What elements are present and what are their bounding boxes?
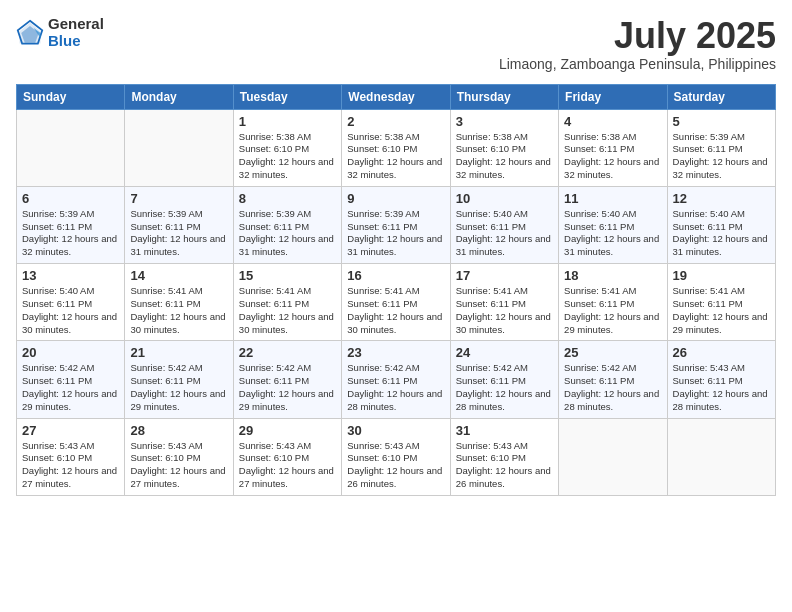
calendar-cell: 11Sunrise: 5:40 AM Sunset: 6:11 PM Dayli…: [559, 186, 667, 263]
page-header: General Blue July 2025 Limaong, Zamboang…: [16, 16, 776, 72]
month-title: July 2025: [499, 16, 776, 56]
calendar-cell: [559, 418, 667, 495]
day-number: 26: [673, 345, 770, 360]
calendar-week-4: 20Sunrise: 5:42 AM Sunset: 6:11 PM Dayli…: [17, 341, 776, 418]
day-detail: Sunrise: 5:42 AM Sunset: 6:11 PM Dayligh…: [564, 362, 661, 413]
calendar-cell: 23Sunrise: 5:42 AM Sunset: 6:11 PM Dayli…: [342, 341, 450, 418]
calendar-cell: 6Sunrise: 5:39 AM Sunset: 6:11 PM Daylig…: [17, 186, 125, 263]
location-title: Limaong, Zamboanga Peninsula, Philippine…: [499, 56, 776, 72]
calendar-header-row: SundayMondayTuesdayWednesdayThursdayFrid…: [17, 84, 776, 109]
day-number: 29: [239, 423, 336, 438]
weekday-header-sunday: Sunday: [17, 84, 125, 109]
day-number: 17: [456, 268, 553, 283]
day-detail: Sunrise: 5:43 AM Sunset: 6:10 PM Dayligh…: [22, 440, 119, 491]
calendar-cell: 26Sunrise: 5:43 AM Sunset: 6:11 PM Dayli…: [667, 341, 775, 418]
calendar-cell: 9Sunrise: 5:39 AM Sunset: 6:11 PM Daylig…: [342, 186, 450, 263]
calendar-week-2: 6Sunrise: 5:39 AM Sunset: 6:11 PM Daylig…: [17, 186, 776, 263]
title-block: July 2025 Limaong, Zamboanga Peninsula, …: [499, 16, 776, 72]
day-detail: Sunrise: 5:38 AM Sunset: 6:10 PM Dayligh…: [239, 131, 336, 182]
weekday-header-wednesday: Wednesday: [342, 84, 450, 109]
day-number: 28: [130, 423, 227, 438]
calendar-cell: 10Sunrise: 5:40 AM Sunset: 6:11 PM Dayli…: [450, 186, 558, 263]
weekday-header-thursday: Thursday: [450, 84, 558, 109]
day-number: 11: [564, 191, 661, 206]
day-detail: Sunrise: 5:39 AM Sunset: 6:11 PM Dayligh…: [673, 131, 770, 182]
day-detail: Sunrise: 5:38 AM Sunset: 6:10 PM Dayligh…: [347, 131, 444, 182]
day-detail: Sunrise: 5:42 AM Sunset: 6:11 PM Dayligh…: [347, 362, 444, 413]
day-detail: Sunrise: 5:42 AM Sunset: 6:11 PM Dayligh…: [130, 362, 227, 413]
day-detail: Sunrise: 5:43 AM Sunset: 6:10 PM Dayligh…: [347, 440, 444, 491]
calendar-cell: 29Sunrise: 5:43 AM Sunset: 6:10 PM Dayli…: [233, 418, 341, 495]
day-detail: Sunrise: 5:41 AM Sunset: 6:11 PM Dayligh…: [239, 285, 336, 336]
day-detail: Sunrise: 5:41 AM Sunset: 6:11 PM Dayligh…: [564, 285, 661, 336]
day-number: 24: [456, 345, 553, 360]
calendar-cell: 8Sunrise: 5:39 AM Sunset: 6:11 PM Daylig…: [233, 186, 341, 263]
weekday-header-friday: Friday: [559, 84, 667, 109]
day-number: 3: [456, 114, 553, 129]
day-detail: Sunrise: 5:43 AM Sunset: 6:10 PM Dayligh…: [130, 440, 227, 491]
day-number: 2: [347, 114, 444, 129]
day-number: 13: [22, 268, 119, 283]
calendar-cell: 14Sunrise: 5:41 AM Sunset: 6:11 PM Dayli…: [125, 264, 233, 341]
logo-general-text: General: [48, 16, 104, 33]
weekday-header-saturday: Saturday: [667, 84, 775, 109]
calendar-cell: 28Sunrise: 5:43 AM Sunset: 6:10 PM Dayli…: [125, 418, 233, 495]
day-detail: Sunrise: 5:39 AM Sunset: 6:11 PM Dayligh…: [22, 208, 119, 259]
day-detail: Sunrise: 5:39 AM Sunset: 6:11 PM Dayligh…: [239, 208, 336, 259]
calendar-cell: 22Sunrise: 5:42 AM Sunset: 6:11 PM Dayli…: [233, 341, 341, 418]
weekday-header-tuesday: Tuesday: [233, 84, 341, 109]
day-detail: Sunrise: 5:40 AM Sunset: 6:11 PM Dayligh…: [456, 208, 553, 259]
day-number: 25: [564, 345, 661, 360]
day-detail: Sunrise: 5:39 AM Sunset: 6:11 PM Dayligh…: [347, 208, 444, 259]
calendar-cell: 7Sunrise: 5:39 AM Sunset: 6:11 PM Daylig…: [125, 186, 233, 263]
calendar-cell: 25Sunrise: 5:42 AM Sunset: 6:11 PM Dayli…: [559, 341, 667, 418]
day-number: 31: [456, 423, 553, 438]
logo-blue-text: Blue: [48, 33, 104, 50]
day-number: 9: [347, 191, 444, 206]
day-number: 22: [239, 345, 336, 360]
day-detail: Sunrise: 5:42 AM Sunset: 6:11 PM Dayligh…: [239, 362, 336, 413]
day-detail: Sunrise: 5:40 AM Sunset: 6:11 PM Dayligh…: [673, 208, 770, 259]
calendar-week-5: 27Sunrise: 5:43 AM Sunset: 6:10 PM Dayli…: [17, 418, 776, 495]
calendar-cell: 20Sunrise: 5:42 AM Sunset: 6:11 PM Dayli…: [17, 341, 125, 418]
logo-text: General Blue: [48, 16, 104, 49]
day-detail: Sunrise: 5:38 AM Sunset: 6:11 PM Dayligh…: [564, 131, 661, 182]
calendar-cell: 19Sunrise: 5:41 AM Sunset: 6:11 PM Dayli…: [667, 264, 775, 341]
calendar-cell: 27Sunrise: 5:43 AM Sunset: 6:10 PM Dayli…: [17, 418, 125, 495]
calendar-cell: 30Sunrise: 5:43 AM Sunset: 6:10 PM Dayli…: [342, 418, 450, 495]
day-number: 7: [130, 191, 227, 206]
day-number: 21: [130, 345, 227, 360]
calendar-cell: 4Sunrise: 5:38 AM Sunset: 6:11 PM Daylig…: [559, 109, 667, 186]
day-number: 23: [347, 345, 444, 360]
calendar-cell: 2Sunrise: 5:38 AM Sunset: 6:10 PM Daylig…: [342, 109, 450, 186]
day-detail: Sunrise: 5:41 AM Sunset: 6:11 PM Dayligh…: [347, 285, 444, 336]
logo: General Blue: [16, 16, 104, 49]
logo-icon: [16, 19, 44, 47]
day-number: 30: [347, 423, 444, 438]
day-number: 8: [239, 191, 336, 206]
day-detail: Sunrise: 5:39 AM Sunset: 6:11 PM Dayligh…: [130, 208, 227, 259]
calendar-cell: 3Sunrise: 5:38 AM Sunset: 6:10 PM Daylig…: [450, 109, 558, 186]
day-detail: Sunrise: 5:41 AM Sunset: 6:11 PM Dayligh…: [673, 285, 770, 336]
day-detail: Sunrise: 5:42 AM Sunset: 6:11 PM Dayligh…: [22, 362, 119, 413]
day-number: 20: [22, 345, 119, 360]
calendar-cell: 17Sunrise: 5:41 AM Sunset: 6:11 PM Dayli…: [450, 264, 558, 341]
calendar-cell: 13Sunrise: 5:40 AM Sunset: 6:11 PM Dayli…: [17, 264, 125, 341]
day-number: 10: [456, 191, 553, 206]
calendar-cell: 12Sunrise: 5:40 AM Sunset: 6:11 PM Dayli…: [667, 186, 775, 263]
day-detail: Sunrise: 5:42 AM Sunset: 6:11 PM Dayligh…: [456, 362, 553, 413]
day-number: 5: [673, 114, 770, 129]
day-detail: Sunrise: 5:38 AM Sunset: 6:10 PM Dayligh…: [456, 131, 553, 182]
day-detail: Sunrise: 5:43 AM Sunset: 6:10 PM Dayligh…: [456, 440, 553, 491]
calendar-cell: 21Sunrise: 5:42 AM Sunset: 6:11 PM Dayli…: [125, 341, 233, 418]
day-detail: Sunrise: 5:40 AM Sunset: 6:11 PM Dayligh…: [22, 285, 119, 336]
day-detail: Sunrise: 5:43 AM Sunset: 6:10 PM Dayligh…: [239, 440, 336, 491]
day-number: 15: [239, 268, 336, 283]
calendar-cell: [17, 109, 125, 186]
day-number: 12: [673, 191, 770, 206]
day-number: 16: [347, 268, 444, 283]
calendar-cell: 1Sunrise: 5:38 AM Sunset: 6:10 PM Daylig…: [233, 109, 341, 186]
calendar-week-1: 1Sunrise: 5:38 AM Sunset: 6:10 PM Daylig…: [17, 109, 776, 186]
day-detail: Sunrise: 5:41 AM Sunset: 6:11 PM Dayligh…: [130, 285, 227, 336]
day-number: 19: [673, 268, 770, 283]
